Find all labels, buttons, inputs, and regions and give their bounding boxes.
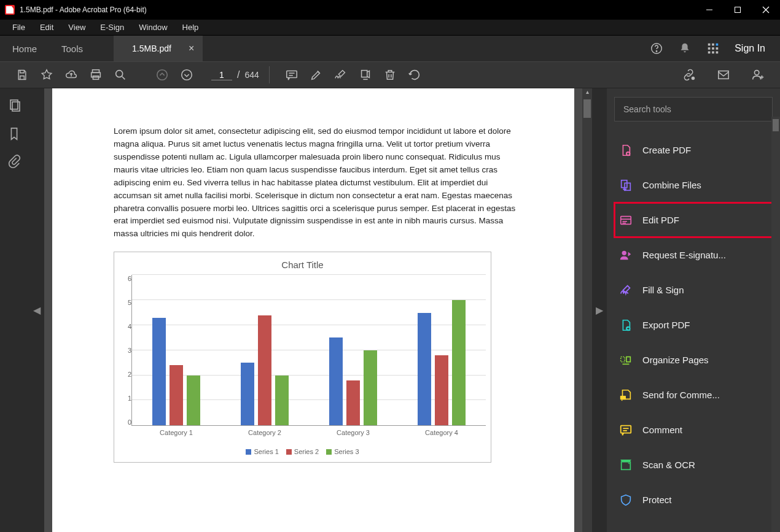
thumbnails-icon[interactable] — [7, 98, 22, 113]
tool-item-comment[interactable]: Comment — [614, 412, 773, 447]
window-title: 1.5MB.pdf - Adobe Acrobat Pro (64-bit) — [20, 6, 147, 14]
page-up-button[interactable] — [150, 63, 174, 87]
svg-rect-25 — [361, 71, 367, 77]
app-grid-icon[interactable] — [706, 42, 720, 55]
window-minimize-button[interactable] — [695, 0, 723, 20]
chart-bar — [364, 350, 377, 426]
tool-item-fill-sign[interactable]: Fill & Sign — [614, 272, 773, 307]
page-total: 644 — [244, 70, 259, 80]
chart-category-group: Category 2 — [220, 275, 309, 425]
svg-rect-6 — [708, 44, 711, 46]
svg-rect-29 — [719, 71, 728, 79]
tool-item-combine-files[interactable]: Combine Files — [614, 168, 773, 202]
svg-point-20 — [157, 70, 168, 80]
link-share-icon[interactable] — [677, 63, 701, 87]
search-icon[interactable] — [108, 63, 133, 87]
search-tools-input[interactable]: Search tools — [614, 97, 773, 121]
menu-view[interactable]: View — [61, 21, 93, 34]
delete-trash-icon[interactable] — [378, 63, 402, 87]
attachments-icon[interactable] — [7, 155, 22, 169]
tab-bar: Home Tools 1.5MB.pdf × Sign In — [0, 36, 780, 61]
svg-rect-46 — [621, 357, 625, 361]
menu-help[interactable]: Help — [175, 21, 206, 34]
tools-list: Create PDFCombine FilesEdit PDFRequest E… — [614, 133, 773, 517]
comment-speech-icon[interactable] — [279, 63, 304, 87]
share-people-icon[interactable] — [746, 63, 770, 87]
chart-title: Chart Title — [119, 260, 486, 270]
chart-y-axis: 6543210 — [119, 275, 131, 434]
tool-item-request-e-signatu-[interactable]: Request E-signatu... — [614, 237, 773, 272]
toolbar: / 644 — [0, 61, 780, 88]
chart-bar — [452, 300, 466, 425]
rotate-icon[interactable] — [402, 63, 427, 87]
chart-container: Chart Title 6543210 Category 1Category 2… — [114, 252, 491, 463]
menu-window[interactable]: Window — [131, 21, 174, 34]
tools-panel: Search tools Create PDFCombine FilesEdit… — [607, 88, 780, 532]
tab-home[interactable]: Home — [0, 36, 49, 61]
scan-ocr-icon — [619, 458, 633, 472]
scrollbar-up-arrow[interactable]: ▴ — [582, 88, 592, 98]
chart-bar — [329, 337, 343, 425]
cloud-upload-icon[interactable] — [59, 63, 84, 87]
chart-category-group: Category 1 — [132, 275, 220, 425]
tool-label: Edit PDF — [642, 215, 679, 225]
window-close-button[interactable] — [752, 0, 780, 20]
print-icon[interactable] — [84, 63, 108, 87]
document-tab-name: 1.5MB.pdf — [132, 44, 171, 53]
bookmarks-icon[interactable] — [7, 126, 22, 141]
document-viewport[interactable]: Lorem ipsum dolor sit amet, consectetur … — [44, 88, 582, 532]
window-maximize-button[interactable] — [723, 0, 752, 20]
chart-category-label: Category 4 — [397, 429, 486, 436]
svg-rect-47 — [626, 357, 630, 361]
chart-category-label: Category 1 — [132, 429, 220, 436]
menu-edit[interactable]: Edit — [33, 21, 61, 34]
tool-item-edit-pdf[interactable]: Edit PDF — [614, 202, 773, 237]
chart-bar — [435, 355, 448, 425]
tab-document[interactable]: 1.5MB.pdf × — [114, 36, 203, 61]
sign-in-button[interactable]: Sign In — [735, 43, 765, 54]
chart-bar — [241, 363, 254, 425]
tab-tools[interactable]: Tools — [49, 36, 95, 61]
request-esign-icon — [619, 249, 633, 262]
chart-bar — [152, 318, 166, 426]
svg-rect-1 — [735, 7, 741, 13]
chart-bar — [170, 365, 183, 425]
tool-item-protect[interactable]: Protect — [614, 482, 773, 517]
svg-rect-17 — [93, 76, 98, 79]
tool-label: Scan & OCR — [642, 460, 695, 470]
highlight-icon[interactable] — [304, 63, 329, 87]
tool-item-organize-pages[interactable]: Organize Pages — [614, 342, 773, 377]
window-titlebar: 1.5MB.pdf - Adobe Acrobat Pro (64-bit) — [0, 0, 780, 20]
svg-point-5 — [656, 51, 657, 52]
tab-close-button[interactable]: × — [189, 43, 194, 54]
menu-file[interactable]: File — [5, 21, 33, 34]
svg-rect-38 — [622, 180, 627, 187]
tool-item-scan-ocr[interactable]: Scan & OCR — [614, 447, 773, 482]
current-page-input[interactable] — [211, 70, 232, 80]
tool-item-export-pdf[interactable]: Export PDF — [614, 307, 773, 342]
svg-rect-9 — [708, 47, 711, 50]
email-icon[interactable] — [711, 63, 736, 87]
next-page-arrow[interactable]: ▶ — [592, 88, 607, 532]
chart-category-group: Category 4 — [397, 275, 486, 425]
sign-pen-icon[interactable] — [329, 63, 353, 87]
notification-bell-icon[interactable] — [678, 42, 692, 55]
document-scrollbar[interactable]: ▴ — [582, 88, 592, 532]
page-down-button[interactable] — [174, 63, 199, 87]
stamp-icon[interactable] — [353, 63, 378, 87]
tool-label: Combine Files — [642, 180, 701, 190]
help-icon[interactable] — [650, 42, 663, 55]
tool-item-send-for-comme-[interactable]: Send for Comme... — [614, 377, 773, 412]
save-icon[interactable] — [10, 63, 34, 87]
star-icon[interactable] — [34, 63, 59, 87]
tools-scrollbar-thumb[interactable] — [773, 119, 779, 131]
tool-label: Request E-signatu... — [642, 250, 726, 260]
prev-page-arrow[interactable]: ◀ — [29, 88, 44, 532]
lorem-paragraph: Lorem ipsum dolor sit amet, consectetur … — [114, 125, 519, 241]
tool-item-create-pdf[interactable]: Create PDF — [614, 133, 773, 168]
tools-scrollbar[interactable] — [771, 117, 780, 532]
svg-rect-14 — [716, 52, 719, 54]
combine-files-icon — [619, 179, 633, 192]
menu-esign[interactable]: E-Sign — [93, 21, 131, 34]
scrollbar-thumb[interactable] — [583, 99, 591, 118]
